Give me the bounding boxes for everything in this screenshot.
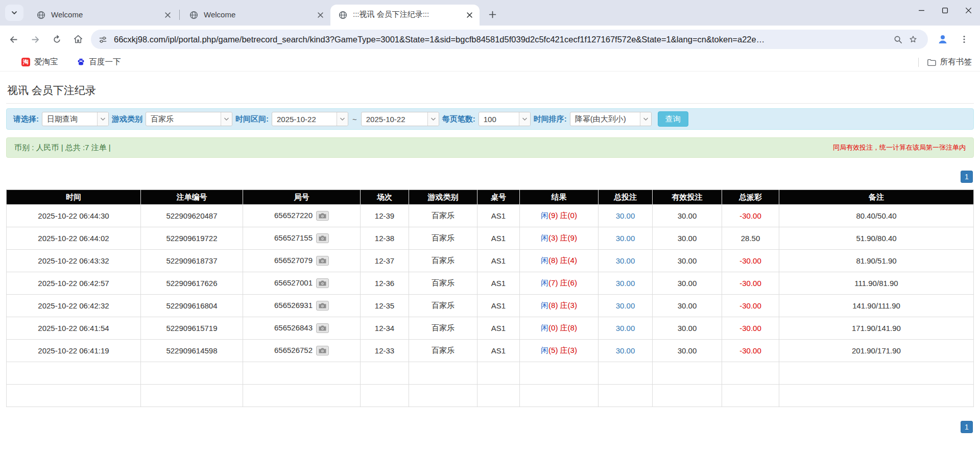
header-valid-bet: 有效投注 (653, 190, 722, 205)
bookmark-baidu[interactable]: 百度一下 (77, 57, 121, 67)
address-bar[interactable]: 66cxkj98.com/ipl/portal.php/game/betreco… (91, 30, 928, 49)
tab-welcome-1[interactable]: Welcome (29, 5, 178, 26)
browser-menu-button[interactable] (953, 29, 975, 50)
cell-payout: -30.00 (722, 272, 779, 295)
tab-title: :::视讯 会员下注纪录::: (353, 10, 464, 20)
query-type-select[interactable]: 日期查询 (42, 112, 109, 126)
tab-welcome-2[interactable]: Welcome (181, 5, 330, 26)
page-title: 视讯 会员下注纪录 (7, 84, 974, 97)
cell-payout: -30.00 (722, 205, 779, 227)
header-round-id: 局号 (243, 190, 361, 205)
replay-camera-button[interactable] (316, 323, 329, 333)
three-dot-menu-icon (960, 35, 969, 44)
replay-camera-button[interactable] (316, 233, 329, 243)
reload-button[interactable] (46, 29, 67, 50)
tab-close-icon[interactable] (464, 10, 474, 20)
cell-total-bet[interactable]: 30.00 (599, 272, 653, 295)
close-window-button[interactable] (957, 0, 980, 20)
cell-total-bet[interactable]: 30.00 (599, 250, 653, 272)
back-button[interactable] (3, 29, 25, 50)
bookmark-star-button[interactable] (905, 32, 921, 47)
cell-total-bet[interactable]: 30.00 (599, 205, 653, 227)
table-row: 2025-10-22 06:42:57 522909617626 6565270… (7, 272, 974, 295)
minimize-icon (918, 7, 925, 14)
cell-round-id: 656526843 (243, 317, 361, 340)
date-to-select[interactable]: 2025-10-22 (361, 112, 439, 126)
header-total-bet: 总投注 (599, 190, 653, 205)
cell-bet-id: 522909619722 (141, 227, 243, 250)
result-player: 闲 (541, 278, 548, 287)
cell-time: 2025-10-22 06:43:32 (7, 250, 141, 272)
header-result: 结果 (520, 190, 599, 205)
tab-close-icon[interactable] (315, 10, 325, 20)
cell-bet-id: 522909616804 (141, 295, 243, 317)
result-banker: 庄(3) (560, 346, 577, 354)
replay-camera-button[interactable] (316, 211, 329, 221)
cell-table-id: AS1 (477, 295, 520, 317)
chevron-down-icon (11, 9, 18, 16)
cell-valid-bet: 30.00 (653, 250, 722, 272)
round-number: 656527220 (274, 211, 313, 220)
new-tab-button[interactable] (485, 7, 500, 22)
round-number: 656527001 (274, 278, 313, 287)
globe-favicon-icon (189, 11, 198, 19)
pagination-page-1-bottom[interactable]: 1 (961, 421, 973, 433)
result-player-score: (0) (548, 323, 558, 332)
camera-icon (319, 213, 326, 219)
replay-camera-button[interactable] (316, 256, 329, 266)
home-icon (73, 34, 84, 45)
replay-camera-button[interactable] (316, 278, 329, 288)
globe-favicon-icon (339, 11, 347, 19)
cell-session: 12-36 (361, 272, 409, 295)
table-header-row: 时间 注单编号 局号 场次 游戏类别 桌号 结果 总投注 有效投注 总派彩 备注 (7, 190, 974, 205)
minimize-button[interactable] (910, 0, 933, 20)
replay-camera-button[interactable] (316, 346, 329, 355)
tab-title: Welcome (204, 10, 315, 20)
cell-total-bet[interactable]: 30.00 (599, 295, 653, 317)
game-type-select[interactable]: 百家乐 (146, 112, 232, 126)
replay-camera-button[interactable] (316, 301, 329, 311)
all-bookmarks-button[interactable]: 所有书签 (927, 57, 972, 67)
bookmark-taobao[interactable]: 淘 爱淘宝 (21, 57, 58, 67)
pagination-page-1-top[interactable]: 1 (961, 171, 973, 183)
header-session: 场次 (361, 190, 409, 205)
cell-payout: -30.00 (722, 250, 779, 272)
cell-bet-id: 522909615719 (141, 317, 243, 340)
forward-button[interactable] (25, 29, 46, 50)
result-player-score: (8) (548, 301, 558, 310)
maximize-button[interactable] (933, 0, 957, 20)
folder-icon (927, 58, 936, 67)
summary-bar: 币别 : 人民币 | 总共 :7 注单 | 同局有效投注，统一计算在该局第一张注… (6, 137, 974, 158)
bet-records-table: 时间 注单编号 局号 场次 游戏类别 桌号 结果 总投注 有效投注 总派彩 备注… (6, 189, 974, 407)
all-bookmarks-label: 所有书签 (940, 57, 972, 67)
tab-bet-records-active[interactable]: :::视讯 会员下注纪录::: (330, 5, 480, 26)
cell-valid-bet: 30.00 (653, 317, 722, 340)
cell-result: 闲(8) 庄(3) (520, 295, 599, 317)
date-from-value: 2025-10-22 (272, 112, 337, 126)
header-bet-id: 注单编号 (141, 190, 243, 205)
close-icon (965, 7, 972, 14)
home-button[interactable] (67, 29, 89, 50)
tab-search-button[interactable] (5, 5, 23, 21)
table-row: 2025-10-22 06:44:30 522909620487 6565272… (7, 205, 974, 227)
total-count: 7 (141, 385, 243, 407)
result-player: 闲 (541, 301, 548, 310)
tab-close-icon[interactable] (162, 10, 173, 20)
date-from-select[interactable]: 2025-10-22 (272, 112, 348, 126)
cell-total-bet[interactable]: 30.00 (599, 340, 653, 362)
zoom-page-button[interactable] (890, 32, 905, 47)
cell-total-bet[interactable]: 30.00 (599, 317, 653, 340)
profile-button[interactable] (932, 29, 953, 50)
cell-total-bet[interactable]: 30.00 (599, 227, 653, 250)
cell-bet-id: 522909614598 (141, 340, 243, 362)
bookmark-label: 爱淘宝 (34, 57, 58, 67)
search-button[interactable]: 查询 (658, 111, 688, 127)
cell-round-id: 656527079 (243, 250, 361, 272)
maximize-icon (942, 7, 948, 14)
per-page-select[interactable]: 100 (479, 112, 531, 126)
camera-icon (319, 258, 326, 264)
total-valid-bet: 210.00 (653, 385, 722, 407)
cell-time: 2025-10-22 06:41:19 (7, 340, 141, 362)
cell-table-id: AS1 (477, 317, 520, 340)
time-sort-select[interactable]: 降幂(由大到小) (570, 112, 652, 126)
